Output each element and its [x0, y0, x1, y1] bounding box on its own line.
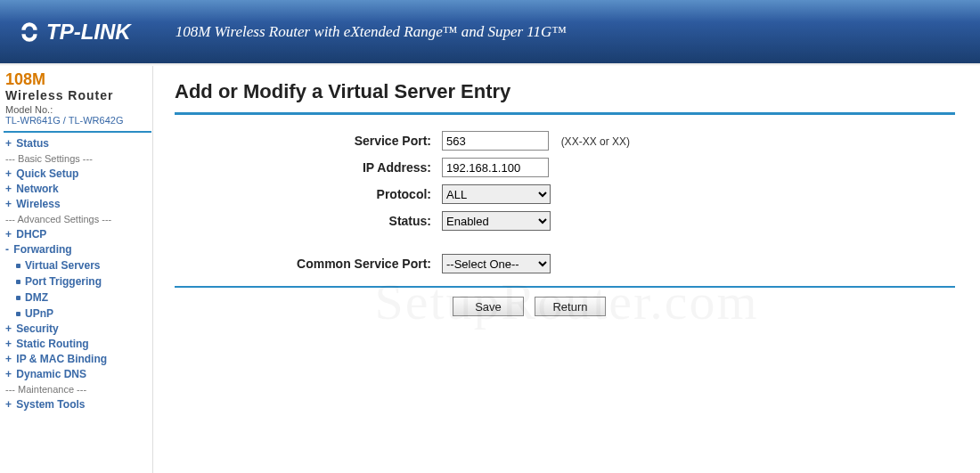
bullet-icon [16, 264, 20, 268]
product-line-1: 108M [5, 71, 152, 87]
sidebar-item-virtual-servers[interactable]: Virtual Servers [16, 258, 101, 273]
brand-logo: TP-LINK [18, 20, 131, 45]
common-service-port-select[interactable]: --Select One-- [442, 254, 551, 273]
sidebar-item-wireless[interactable]: Wireless [16, 197, 60, 212]
sidebar-item-status[interactable]: Status [16, 136, 49, 151]
sidebar-item-label: IP & MAC Binding [16, 352, 107, 367]
minus-icon: - [5, 243, 12, 256]
sidebar-item-forwarding[interactable]: Forwarding [13, 242, 71, 257]
bullet-icon [16, 312, 20, 316]
plus-icon: + [5, 322, 14, 335]
sidebar-item-label: DMZ [25, 290, 48, 306]
sidebar-item-label: System Tools [16, 397, 85, 412]
plus-icon: + [5, 198, 14, 210]
sidebar-item-label: Security [16, 322, 58, 337]
sidebar-item-label: DHCP [16, 227, 46, 242]
sidebar-item-system-tools[interactable]: System Tools [16, 397, 85, 412]
product-line-2: Wireless Router [5, 88, 152, 102]
sidebar-item-label: Status [16, 136, 49, 151]
sidebar-item-quick-setup[interactable]: Quick Setup [16, 167, 78, 182]
form-rule [175, 286, 955, 288]
bullet-icon [16, 296, 20, 300]
sidebar-item-label: Quick Setup [16, 167, 78, 182]
sidebar-item-dhcp[interactable]: DHCP [16, 227, 46, 242]
brand-name: TP-LINK [46, 20, 131, 45]
sidebar-nav: + Status--- Basic Settings ---+ Quick Se… [4, 136, 152, 412]
sidebar-item-label: Wireless [16, 197, 60, 212]
model-number: TL-WR641G / TL-WR642G [5, 115, 152, 126]
ip-address-input[interactable] [442, 158, 549, 177]
plus-icon: + [5, 167, 14, 180]
sidebar-item-label: Network [16, 182, 58, 197]
sidebar-item-label: Port Triggering [25, 274, 102, 290]
bullet-icon [16, 280, 20, 284]
protocol-select[interactable]: ALL [442, 184, 551, 204]
sidebar-item-label: Dynamic DNS [16, 367, 86, 382]
service-port-hint: (XX-XX or XX) [561, 135, 630, 148]
sidebar-item-static-routing[interactable]: Static Routing [16, 337, 88, 352]
protocol-label: Protocol: [175, 187, 442, 201]
sidebar-item-dynamic-dns[interactable]: Dynamic DNS [16, 367, 86, 382]
header-tagline: 108M Wireless Router with eXtended Range… [176, 23, 567, 41]
sidebar-item-label: Static Routing [16, 337, 88, 352]
plus-icon: + [5, 183, 14, 195]
sidebar-item-upnp[interactable]: UPnP [16, 306, 53, 322]
common-service-port-label: Common Service Port: [175, 257, 442, 271]
title-rule [175, 112, 955, 115]
sidebar-divider [4, 131, 151, 133]
sidebar-item-ip-mac-binding[interactable]: IP & MAC Binding [16, 352, 107, 367]
model-label: Model No.: [5, 104, 152, 115]
plus-icon: + [5, 398, 14, 411]
return-button[interactable]: Return [535, 297, 606, 316]
plus-icon: + [5, 353, 14, 365]
sidebar: 108M Wireless Router Model No.: TL-WR641… [0, 64, 153, 473]
sidebar-item-label: Virtual Servers [25, 258, 101, 273]
page-title: Add or Modify a Virtual Server Entry [175, 80, 955, 103]
status-label: Status: [175, 214, 442, 228]
sidebar-category: --- Advanced Settings --- [4, 212, 152, 227]
save-button[interactable]: Save [453, 297, 524, 316]
plus-icon: + [5, 228, 14, 241]
sidebar-item-network[interactable]: Network [16, 182, 58, 197]
sidebar-category: --- Basic Settings --- [4, 151, 152, 167]
sidebar-item-label: UPnP [25, 306, 53, 322]
status-select[interactable]: Enabled [442, 211, 551, 231]
sidebar-item-port-triggering[interactable]: Port Triggering [16, 274, 102, 290]
tplink-logo-icon [18, 20, 41, 44]
header-banner: TP-LINK 108M Wireless Router with eXtend… [0, 0, 980, 64]
service-port-input[interactable] [442, 131, 549, 151]
sidebar-category: --- Maintenance --- [4, 382, 152, 397]
plus-icon: + [5, 368, 14, 380]
plus-icon: + [5, 338, 14, 350]
sidebar-item-dmz[interactable]: DMZ [16, 290, 48, 306]
service-port-label: Service Port: [175, 134, 442, 148]
plus-icon: + [5, 137, 14, 150]
sidebar-item-security[interactable]: Security [16, 322, 58, 337]
main-content: SetupRouter.com Add or Modify a Virtual … [153, 64, 980, 473]
sidebar-item-label: Forwarding [13, 242, 71, 257]
ip-address-label: IP Address: [175, 160, 442, 175]
